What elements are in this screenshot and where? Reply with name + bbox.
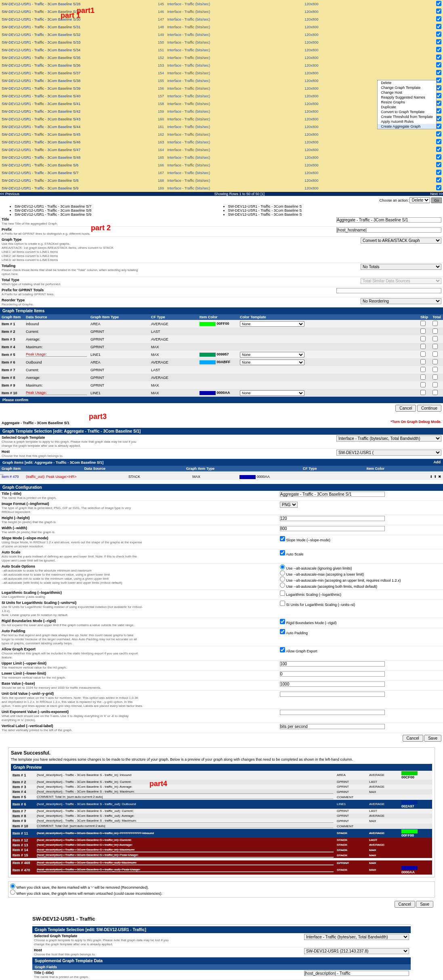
skip-checkbox[interactable] (420, 344, 426, 349)
row-checkbox[interactable] (436, 101, 441, 106)
graph-row[interactable]: SW-DEV12-USR1 - Traffic - 3Com Baseline … (0, 123, 443, 130)
row-checkbox[interactable] (436, 62, 441, 67)
graph-row[interactable]: SW-DEV12-USR1 - Traffic - 3Com Baseline … (0, 31, 443, 38)
graph-row[interactable]: SW-DEV12-USR1 - Traffic - 3Com Baseline … (0, 146, 443, 154)
skip-checkbox[interactable] (420, 374, 426, 380)
graph-row[interactable]: SW-DEV12-USR1 - Traffic - 3Com Baseline … (0, 23, 443, 31)
graph-link[interactable]: SW-DEV12-USR1 - Traffic - 3Com Baseline … (2, 171, 78, 175)
graph-link[interactable]: SW-DEV12-USR1 - Traffic - 3Com Baseline … (2, 125, 80, 129)
graph-row[interactable]: SW-DEV12-USR1 - Traffic - 3Com Baseline … (0, 107, 443, 115)
prev-link[interactable]: << Previous (0, 192, 19, 196)
sel-tpl-select[interactable]: Interface - Traffic (bytes/sec, Total Ba… (336, 435, 441, 442)
graph-link[interactable]: SW-DEV12-USR1 - Traffic - 3Com Baseline … (2, 40, 80, 44)
gc-check-8[interactable]: SI Units for Logarithmic Scaling (--unit… (280, 603, 355, 607)
graph-link[interactable]: SW-DEV12-USR1 - Traffic - 3Com Baseline … (2, 140, 80, 144)
item-link[interactable]: Item # 470 (2, 475, 19, 479)
skip-checkbox[interactable] (420, 367, 426, 372)
go-button[interactable] (431, 198, 442, 203)
graph-link[interactable]: SW-DEV12-USR1 - Traffic - 3Com Baseline … (2, 156, 80, 160)
color-tpl-select[interactable]: None (240, 321, 304, 327)
gc-radio-6-3[interactable]: Use --alt-autoscale (accepting both limi… (280, 585, 377, 589)
add-link[interactable]: Add (434, 460, 441, 464)
graph-link[interactable]: SW-DEV12-USR1 - Traffic - 3Com Baseline … (2, 33, 80, 37)
row-checkbox[interactable] (436, 16, 441, 21)
row-checkbox[interactable] (436, 177, 441, 183)
sel-tpl-select[interactable]: Interface - Traffic (bytes/sec, Total Ba… (304, 934, 409, 940)
gc-check-7[interactable]: Logarithmic Scaling (--logarithmic) (280, 593, 341, 597)
totalprefix-input[interactable] (336, 288, 441, 293)
row-checkbox[interactable] (436, 131, 441, 137)
skip-checkbox[interactable] (420, 321, 426, 326)
row-checkbox[interactable] (436, 8, 441, 14)
cancel-button[interactable] (395, 901, 415, 908)
graph-row[interactable]: SW-DEV12-USR1 - Traffic - 3Com Baseline … (0, 130, 443, 138)
gc-input-0[interactable] (280, 492, 385, 497)
skip-checkbox[interactable] (420, 382, 426, 387)
graph-row[interactable]: SW-DEV12-USR1 - Traffic - 3Com Baseline … (0, 138, 443, 146)
skip-checkbox[interactable] (420, 328, 426, 334)
total-checkbox[interactable] (433, 328, 438, 334)
graph-row[interactable]: SW-DEV12-USR1 - Traffic - 3Com Baseline … (0, 61, 443, 69)
total-checkbox[interactable] (433, 390, 438, 395)
menu-item[interactable]: Change Graph Template (378, 85, 436, 90)
debug-mode-link[interactable]: *Turn On Graph Debug Mode. (391, 420, 441, 424)
graph-row[interactable]: SW-DEV12-USR1 - Traffic - 3Com Baseline … (0, 69, 443, 77)
menu-item[interactable]: Apply Autom8 Rules (378, 119, 436, 124)
gc-radio-6-2[interactable]: Use --alt-autoscale-min (accepting an up… (280, 578, 401, 583)
gc-input-16[interactable] (280, 710, 385, 715)
row-checkbox[interactable] (436, 170, 441, 175)
graph-link[interactable]: SW-DEV12-USR1 - Traffic - 3Com Baseline … (2, 79, 80, 83)
continue-button[interactable] (417, 405, 441, 412)
save-button[interactable] (424, 735, 441, 742)
row-checkbox[interactable] (436, 116, 441, 121)
row-checkbox[interactable] (436, 185, 441, 190)
row-checkbox[interactable] (436, 147, 441, 152)
total-checkbox[interactable] (433, 351, 438, 357)
graph-row[interactable]: SW-DEV12-USR1 - Traffic - 3Com Baseline … (0, 177, 443, 184)
graph-row[interactable]: SW-DEV12-USR1 - Traffic - 3Com Baseline … (0, 0, 443, 8)
save-button[interactable] (416, 901, 433, 908)
menu-item[interactable]: Reapply Suggested Names (378, 95, 436, 100)
graph-link[interactable]: SW-DEV12-USR1 - Traffic - 3Com Baseline … (2, 56, 80, 60)
menu-item[interactable]: Resize Graphs (378, 100, 436, 105)
title-input[interactable] (304, 971, 409, 976)
gc-input-2[interactable] (280, 516, 385, 521)
graph-row[interactable]: SW-DEV12-USR1 - Traffic - 3Com Baseline … (0, 54, 443, 61)
total-checkbox[interactable] (433, 367, 438, 372)
gc-input-14[interactable] (280, 681, 385, 687)
row-checkbox[interactable] (436, 93, 441, 98)
graph-row[interactable]: SW-DEV12-USR1 - Traffic - 3Com Baseline … (0, 38, 443, 46)
color-tpl-select[interactable]: None (240, 360, 304, 365)
graph-row[interactable]: SW-DEV12-USR1 - Traffic - 3Com Baseline … (0, 169, 443, 177)
menu-item[interactable]: Create Threshold from Template (378, 114, 436, 119)
graph-link[interactable]: SW-DEV12-USR1 - Traffic - 3Com Baseline … (2, 148, 80, 152)
gc-check-9[interactable]: Rigid Boundaries Mode (--rigid) (280, 621, 337, 625)
gc-check-10[interactable]: Auto Padding (280, 631, 308, 635)
graph-link[interactable]: SW-DEV12-USR1 - Traffic - 3Com Baseline … (2, 48, 80, 52)
radio-recommended[interactable]: When you click save, the items marked wi… (10, 885, 149, 890)
row-checkbox[interactable] (436, 70, 441, 75)
menu-item[interactable]: Change Host (378, 90, 436, 95)
graph-row[interactable]: SW-DEV12-USR1 - Traffic - 3Com Baseline … (0, 77, 443, 84)
context-menu[interactable]: DeleteChange Graph TemplateChange HostRe… (377, 80, 437, 129)
graph-row[interactable]: SW-DEV12-USR1 - Traffic - 3Com Baseline … (0, 84, 443, 92)
total-checkbox[interactable] (433, 382, 438, 387)
graph-link[interactable]: SW-DEV12-USR1 - Traffic - 3Com Baseline … (2, 186, 78, 190)
graph-item-row[interactable]: Item # 470 (traffic_out): Peak Usage:<HR… (0, 474, 443, 480)
row-checkbox[interactable] (436, 154, 441, 160)
graph-link[interactable]: SW-DEV12-USR1 - Traffic - 3Com Baseline … (2, 25, 80, 29)
cancel-button[interactable] (403, 735, 423, 742)
gc-radio-6-0[interactable]: Use --alt-autoscale (ignoring given limi… (280, 566, 352, 570)
host-select[interactable]: SW-DEV12-USR1 (212.143.237.8) (304, 948, 409, 954)
reorder-select[interactable]: No Reordering (361, 298, 441, 304)
gc-check-11[interactable]: Allow Graph Export (280, 649, 317, 653)
row-checkbox[interactable] (436, 108, 441, 114)
row-checkbox[interactable] (436, 24, 441, 29)
graph-link[interactable]: SW-DEV12-USR1 - Traffic - 3Com Baseline … (2, 163, 78, 167)
graph-row[interactable]: SW-DEV12-USR1 - Traffic - 3Com Baseline … (0, 46, 443, 54)
row-checkbox[interactable] (436, 139, 441, 144)
title-input[interactable] (336, 217, 441, 223)
row-checkbox[interactable] (436, 39, 441, 44)
row-checkbox[interactable] (436, 85, 441, 90)
graph-link[interactable]: SW-DEV12-USR1 - Traffic - 3Com Baseline … (2, 109, 80, 114)
